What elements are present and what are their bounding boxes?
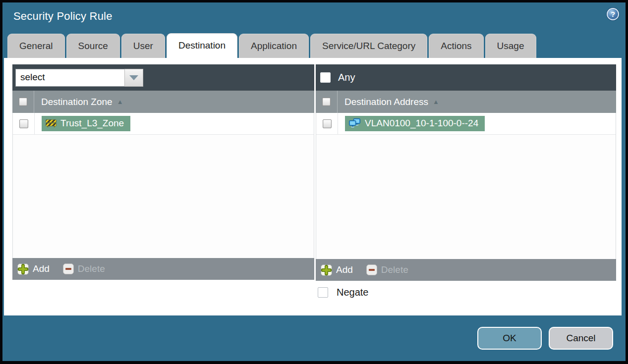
- security-policy-rule-dialog: Security Policy Rule ? General Source Us…: [2, 2, 626, 361]
- address-delete-label: Delete: [381, 264, 408, 275]
- address-panel: Any Destination Address ▲: [316, 64, 616, 281]
- tab-usage[interactable]: Usage: [485, 34, 536, 58]
- tab-application[interactable]: Application: [239, 34, 309, 58]
- zone-panel: Destination Zone ▲: [12, 64, 314, 280]
- table-row: Trust_L3_Zone: [13, 113, 314, 135]
- zone-item-label: Trust_L3_Zone: [60, 118, 124, 129]
- add-plus-icon: [17, 263, 29, 275]
- zone-select-dropdown-button[interactable]: [124, 69, 143, 87]
- zone-row-checkbox-cell: [13, 113, 35, 134]
- address-row-checkbox[interactable]: [323, 119, 332, 128]
- address-item-label: VLAN0100_10-1-100-0--24: [365, 118, 478, 129]
- tab-actions[interactable]: Actions: [429, 34, 483, 58]
- sort-ascending-icon[interactable]: ▲: [117, 98, 123, 105]
- delete-minus-icon: [366, 264, 377, 275]
- cancel-button[interactable]: Cancel: [549, 327, 613, 350]
- negate-label: Negate: [337, 287, 369, 298]
- any-checkbox-group: Any: [316, 72, 355, 83]
- zone-panel-toolbar: [12, 64, 314, 91]
- zone-select-all-checkbox[interactable]: [19, 98, 27, 106]
- negate-checkbox-group: Negate: [318, 287, 369, 298]
- chevron-down-icon: [129, 75, 138, 80]
- address-add-label: Add: [336, 264, 353, 275]
- address-icon: [349, 118, 361, 128]
- zone-item-chip[interactable]: Trust_L3_Zone: [42, 116, 130, 131]
- zone-delete-button[interactable]: Delete: [63, 263, 105, 274]
- tab-general[interactable]: General: [7, 34, 65, 58]
- tab-bar: General Source User Destination Applicat…: [7, 33, 624, 58]
- zone-select-input[interactable]: [15, 69, 124, 87]
- zone-table-header: Destination Zone ▲: [12, 91, 314, 113]
- negate-checkbox[interactable]: [318, 287, 328, 298]
- help-icon[interactable]: ?: [607, 8, 619, 20]
- destination-tab-content: Destination Zone ▲: [4, 58, 622, 315]
- delete-minus-icon: [63, 263, 74, 274]
- address-header-checkbox-cell: [316, 91, 338, 113]
- add-plus-icon: [321, 264, 332, 276]
- address-column-header[interactable]: Destination Address: [344, 97, 428, 107]
- zone-delete-label: Delete: [78, 263, 105, 274]
- address-panel-footer: Add Delete: [316, 259, 616, 281]
- any-label: Any: [338, 72, 355, 83]
- tab-source[interactable]: Source: [66, 34, 120, 58]
- dialog-footer: OK Cancel: [2, 315, 626, 361]
- zone-add-button[interactable]: Add: [17, 263, 50, 275]
- address-row-checkbox-cell: [316, 113, 338, 134]
- zone-table-body: Trust_L3_Zone: [12, 113, 314, 258]
- address-panel-toolbar: Any: [316, 64, 616, 91]
- address-add-button[interactable]: Add: [321, 264, 353, 276]
- tab-service-url-category[interactable]: Service/URL Category: [310, 34, 427, 58]
- zone-icon: [46, 119, 57, 127]
- zone-add-label: Add: [33, 263, 50, 274]
- address-delete-button[interactable]: Delete: [366, 264, 408, 275]
- dialog-titlebar: Security Policy Rule ?: [2, 2, 626, 33]
- window-frame: Security Policy Rule ? General Source Us…: [0, 0, 628, 364]
- zone-column-header[interactable]: Destination Zone: [41, 97, 113, 107]
- address-item-chip[interactable]: VLAN0100_10-1-100-0--24: [345, 116, 485, 131]
- address-table-body: VLAN0100_10-1-100-0--24: [316, 113, 616, 259]
- ok-button[interactable]: OK: [477, 327, 542, 350]
- dialog-title: Security Policy Rule: [13, 10, 113, 23]
- zone-select-combo: [15, 69, 143, 87]
- tab-user[interactable]: User: [121, 34, 165, 58]
- table-row: VLAN0100_10-1-100-0--24: [316, 113, 616, 135]
- zone-row-checkbox[interactable]: [19, 119, 28, 128]
- zone-panel-footer: Add Delete: [12, 258, 314, 280]
- any-checkbox[interactable]: [320, 72, 331, 83]
- sort-ascending-icon[interactable]: ▲: [433, 98, 439, 105]
- address-table-header: Destination Address ▲: [316, 91, 616, 113]
- address-select-all-checkbox[interactable]: [322, 98, 331, 106]
- zone-header-checkbox-cell: [12, 91, 34, 113]
- help-glyph: ?: [611, 10, 615, 18]
- tab-destination[interactable]: Destination: [167, 33, 237, 58]
